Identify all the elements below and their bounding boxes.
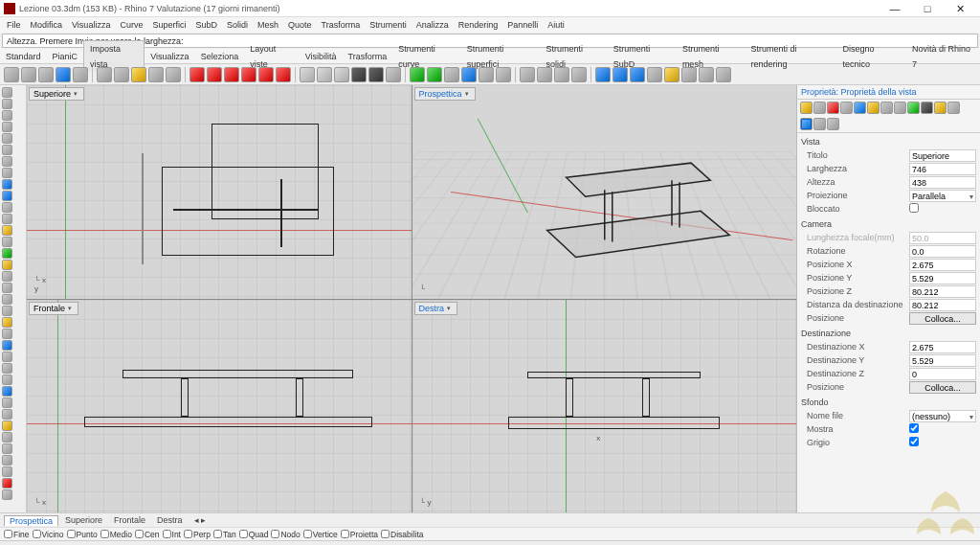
toolbar-icon[interactable] — [114, 67, 129, 82]
toolbar-icon[interactable] — [410, 67, 425, 82]
tab-disegnotecnico[interactable]: Disegno tecnico — [836, 41, 906, 72]
viewport-superiore[interactable]: Superiore▾ └ xy — [27, 85, 412, 299]
toolbar-icon[interactable] — [520, 67, 535, 82]
toolbar-icon[interactable] — [189, 67, 205, 82]
menu-quote[interactable]: Quote — [283, 20, 317, 30]
prop-icon[interactable] — [800, 102, 813, 114]
tool-icon[interactable] — [2, 352, 12, 362]
tab-novita[interactable]: Novità di Rhino 7 — [906, 41, 980, 72]
tool-icon[interactable] — [2, 202, 12, 213]
tool-icon[interactable] — [2, 478, 12, 488]
osnap-vicino[interactable] — [33, 530, 41, 538]
tool-icon[interactable] — [2, 156, 12, 167]
menu-aiuti[interactable]: Aiuti — [543, 20, 569, 30]
toolbar-icon[interactable] — [444, 67, 459, 82]
field-proiezione[interactable]: Parallela — [909, 190, 976, 202]
tool-icon[interactable] — [2, 133, 12, 144]
menu-solidi[interactable]: Solidi — [222, 20, 253, 30]
prop-icon[interactable] — [921, 102, 933, 114]
tab-pianic[interactable]: PianiC — [47, 49, 84, 64]
menu-pannelli[interactable]: Pannelli — [502, 20, 543, 30]
viewport-destra[interactable]: Destra▾ x └ y — [412, 300, 797, 513]
tool-icon[interactable] — [2, 145, 12, 155]
toolbar-icon[interactable] — [664, 67, 679, 82]
toolbar-icon[interactable] — [630, 67, 645, 82]
tool-icon[interactable] — [2, 271, 12, 282]
tool-icon[interactable] — [2, 237, 12, 247]
tool-icon[interactable] — [2, 432, 12, 443]
viewport-title-frontale[interactable]: Frontale▾ — [29, 302, 78, 315]
tool-icon[interactable] — [2, 420, 12, 431]
tool-icon[interactable] — [2, 225, 12, 236]
button-colloca-camera[interactable]: Colloca... — [909, 312, 976, 325]
prop-icon[interactable] — [813, 102, 826, 114]
field-altezza[interactable]: 438 — [909, 176, 976, 189]
checkbox-bloccato[interactable] — [909, 203, 919, 213]
tool-icon[interactable] — [2, 340, 12, 351]
toolbar-icon[interactable] — [351, 67, 367, 82]
tool-icon[interactable] — [2, 168, 12, 178]
toolbar-icon[interactable] — [276, 67, 291, 82]
menu-trasforma[interactable]: Trasforma — [317, 20, 366, 30]
toolbar-icon[interactable] — [427, 67, 442, 82]
menu-superfici[interactable]: Superfici — [147, 20, 190, 30]
tool-icon[interactable] — [2, 87, 12, 98]
tool-icon[interactable] — [2, 375, 12, 385]
prop-icon[interactable] — [854, 102, 866, 114]
tool-icon[interactable] — [2, 122, 12, 132]
osnap-tan[interactable] — [213, 530, 222, 538]
viewport-prospettica[interactable]: Prospettica▾ └ — [412, 85, 797, 299]
toolbar-icon[interactable] — [496, 67, 511, 82]
toolbar-icon[interactable] — [554, 67, 569, 82]
tool-icon[interactable] — [2, 179, 12, 190]
menu-rendering[interactable]: Rendering — [454, 20, 503, 30]
osnap-fine[interactable] — [4, 530, 12, 538]
tool-icon[interactable] — [2, 329, 12, 339]
field-nomefile[interactable]: (nessuno) — [909, 410, 976, 422]
field-distanza[interactable]: 80.212 — [909, 299, 976, 311]
tool-icon[interactable] — [2, 443, 12, 454]
prop-icon[interactable] — [894, 102, 906, 114]
toolbar-icon[interactable] — [386, 67, 401, 82]
tool-icon[interactable] — [2, 306, 12, 316]
toolbar-icon[interactable] — [334, 67, 349, 82]
menu-analizza[interactable]: Analizza — [412, 20, 454, 30]
checkbox-grigio[interactable] — [909, 437, 919, 446]
field-larghezza[interactable]: 746 — [909, 163, 976, 175]
toolbar-icon[interactable] — [56, 67, 71, 82]
button-colloca-dest[interactable]: Colloca... — [909, 381, 976, 394]
tool-icon[interactable] — [2, 363, 12, 374]
menu-visualizza[interactable]: Visualizza — [67, 20, 115, 30]
toolbar-icon[interactable] — [4, 67, 19, 82]
tool-icon[interactable] — [2, 455, 12, 466]
prop-icon[interactable] — [880, 102, 893, 114]
osnap-vertice[interactable] — [303, 530, 312, 538]
osnap-medio[interactable] — [100, 530, 109, 538]
prop-icon[interactable] — [947, 102, 960, 114]
osnap-nodo[interactable] — [271, 530, 279, 538]
tool-icon[interactable] — [2, 294, 12, 305]
menu-subd[interactable]: SubD — [190, 20, 222, 30]
osnap-proietta[interactable] — [341, 530, 349, 538]
osnap-punto[interactable] — [67, 530, 76, 538]
tool-icon[interactable] — [2, 99, 12, 109]
prop-icon[interactable] — [840, 102, 853, 114]
field-rotazione[interactable]: 0.0 — [909, 245, 976, 258]
minimize-button[interactable]: — — [879, 0, 911, 17]
osnap-quad[interactable] — [239, 530, 248, 538]
checkbox-mostra[interactable] — [909, 423, 919, 433]
tool-icon[interactable] — [2, 409, 12, 420]
viewport-frontale[interactable]: Frontale▾ └ x — [27, 300, 412, 513]
viewport-title-superiore[interactable]: Superiore▾ — [29, 87, 84, 101]
prop-icon[interactable] — [867, 102, 880, 114]
tab-visibilita[interactable]: Visibilità — [300, 49, 343, 64]
tab-prospettica[interactable]: Prospettica — [4, 515, 58, 526]
toolbar-icon[interactable] — [571, 67, 587, 82]
tool-icon[interactable] — [2, 489, 12, 500]
viewport-title-destra[interactable]: Destra▾ — [414, 302, 458, 315]
tool-icon[interactable] — [2, 260, 12, 270]
tab-arrows[interactable]: ◂ ▸ — [189, 515, 212, 525]
toolbar-icon[interactable] — [647, 67, 662, 82]
tab-strumentirendering[interactable]: Strumenti di rendering — [746, 41, 837, 72]
tab-visualizza[interactable]: Visualizza — [145, 49, 194, 64]
